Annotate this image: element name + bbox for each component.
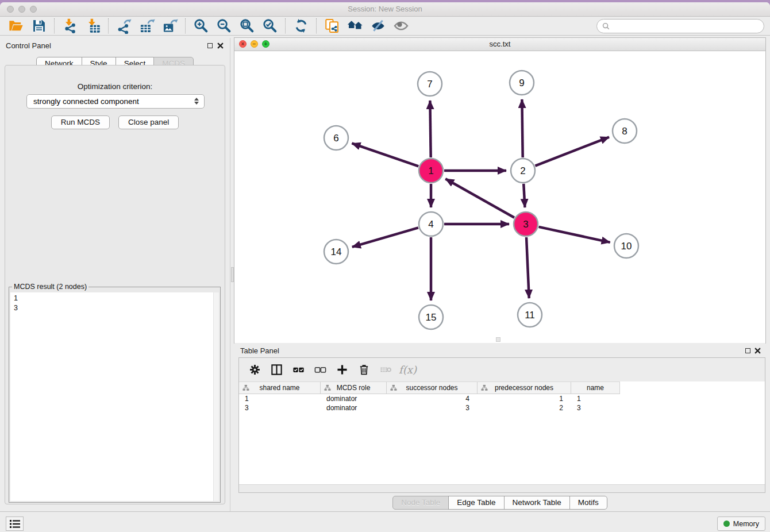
table-cell[interactable]: 2 xyxy=(478,403,571,413)
table-cell[interactable]: dominator xyxy=(321,403,387,413)
main-toolbar xyxy=(0,17,770,36)
table-row[interactable]: 1dominator411 xyxy=(239,394,620,403)
graph-node-3[interactable]: 3 xyxy=(514,212,538,236)
table-cell[interactable]: 1 xyxy=(478,394,571,403)
table-cell[interactable]: 3 xyxy=(239,403,321,413)
mcds-result-title: MCDS result (2 nodes) xyxy=(12,283,88,291)
graph-node-11[interactable]: 11 xyxy=(518,303,542,327)
export-network-button[interactable] xyxy=(113,17,136,35)
table-panel-header: Table Panel xyxy=(234,343,765,358)
memory-button[interactable]: Memory xyxy=(717,516,765,531)
close-panel-button[interactable]: Close panel xyxy=(118,115,179,129)
delete-table-button[interactable] xyxy=(376,361,396,379)
table-settings-button[interactable] xyxy=(245,361,265,379)
show-column-panel-button[interactable] xyxy=(267,361,287,379)
window-titlebar[interactable]: Session: New Session xyxy=(0,2,770,17)
mcds-result-textarea[interactable]: 1 3 xyxy=(10,292,219,501)
graph-node-2[interactable]: 2 xyxy=(511,159,535,183)
graph-edge-2-3[interactable] xyxy=(523,184,525,207)
network-resize-grip[interactable] xyxy=(496,337,500,342)
graph-node-6[interactable]: 6 xyxy=(324,126,348,150)
graph-node-10[interactable]: 10 xyxy=(614,234,638,258)
save-icon xyxy=(31,18,47,34)
search-input[interactable] xyxy=(613,21,764,32)
column-header-predecessor-nodes[interactable]: predecessor nodes xyxy=(478,382,571,394)
mcds-button-row: Run MCDS Close panel xyxy=(5,115,225,129)
session-search[interactable] xyxy=(596,19,764,33)
table-cell[interactable]: dominator xyxy=(321,394,387,403)
graph-edge-2-8[interactable] xyxy=(535,137,609,166)
trash-icon xyxy=(357,363,371,376)
close-panel-icon[interactable] xyxy=(217,43,224,49)
close-table-panel-icon[interactable] xyxy=(754,348,761,354)
graph-edge-2-9[interactable] xyxy=(522,99,522,157)
table-cell[interactable]: 1 xyxy=(239,394,321,403)
graph-edge-3-10[interactable] xyxy=(538,227,610,242)
graph-edge-1-7[interactable] xyxy=(430,101,430,157)
graph-node-4[interactable]: 4 xyxy=(419,212,443,236)
graph-edge-4-14[interactable] xyxy=(352,228,418,246)
graph-node-14[interactable]: 14 xyxy=(324,240,348,264)
import-table-button[interactable] xyxy=(82,17,105,35)
column-header-successor-nodes[interactable]: successor nodes xyxy=(387,382,478,394)
houses-icon xyxy=(347,18,363,34)
select-all-columns-button[interactable] xyxy=(288,361,309,379)
zoom-selected-button[interactable] xyxy=(259,17,282,35)
tab-network-table[interactable]: Network Table xyxy=(504,496,570,510)
export-image-button[interactable] xyxy=(159,17,182,35)
show-graphics-button[interactable] xyxy=(390,17,413,35)
network-window-titlebar[interactable]: × − + scc.txt xyxy=(234,38,765,51)
node-table[interactable]: shared nameMCDS rolesuccessor nodesprede… xyxy=(239,381,620,413)
graph-edge-3-11[interactable] xyxy=(526,237,529,298)
show-networks-button[interactable] xyxy=(344,17,367,35)
run-mcds-button[interactable]: Run MCDS xyxy=(51,115,110,129)
graph-edge-1-6[interactable] xyxy=(352,143,418,166)
hide-panel-button[interactable] xyxy=(367,17,390,35)
svg-text:10: 10 xyxy=(621,241,632,252)
graph-edge-3-1[interactable] xyxy=(445,179,514,217)
float-panel-icon[interactable] xyxy=(207,43,213,48)
unselect-all-columns-button[interactable] xyxy=(310,361,330,379)
graph-node-8[interactable]: 8 xyxy=(613,119,637,143)
table-horizontal-scrollbar[interactable] xyxy=(239,484,765,492)
zoom-in-icon xyxy=(193,18,209,34)
graph-node-15[interactable]: 15 xyxy=(419,305,443,329)
tab-motifs[interactable]: Motifs xyxy=(569,496,607,510)
create-column-button[interactable] xyxy=(332,361,352,379)
import-network-button[interactable] xyxy=(59,17,82,35)
graph-node-7[interactable]: 7 xyxy=(418,72,442,96)
tab-node-table[interactable]: Node Table xyxy=(392,496,449,510)
toolbar-separator xyxy=(185,18,186,33)
toolbar-separator xyxy=(108,18,109,33)
export-table-button[interactable] xyxy=(136,17,159,35)
export-image-icon xyxy=(162,18,178,34)
table-cell[interactable]: 1 xyxy=(571,394,620,403)
apply-layout-button[interactable] xyxy=(290,17,313,35)
control-panel-title: Control Panel xyxy=(6,41,51,50)
column-header-shared-name[interactable]: shared name xyxy=(239,382,321,394)
open-session-button[interactable] xyxy=(5,17,28,35)
table-cell[interactable]: 3 xyxy=(387,403,478,413)
column-header-mcds-role[interactable]: MCDS role xyxy=(321,382,387,394)
clone-network-button[interactable] xyxy=(321,17,344,35)
result-scrollbar[interactable] xyxy=(213,292,219,501)
tab-edge-table[interactable]: Edge Table xyxy=(448,496,504,510)
zoom-out-button[interactable] xyxy=(213,17,236,35)
zoom-in-button[interactable] xyxy=(190,17,213,35)
save-session-button[interactable] xyxy=(28,17,51,35)
float-table-panel-icon[interactable] xyxy=(745,348,750,353)
splitter-grip-icon[interactable] xyxy=(231,267,234,282)
network-canvas[interactable]: 1234678910111415 xyxy=(234,51,765,343)
export-table-icon xyxy=(139,18,155,34)
table-cell[interactable]: 3 xyxy=(571,403,620,413)
table-row[interactable]: 3dominator323 xyxy=(239,403,620,413)
zoom-fit-button[interactable] xyxy=(236,17,259,35)
task-history-button[interactable] xyxy=(6,516,24,531)
function-builder-button[interactable]: f(x) xyxy=(398,361,418,379)
graph-node-9[interactable]: 9 xyxy=(510,71,534,95)
delete-column-button[interactable] xyxy=(354,361,374,379)
graph-node-1[interactable]: 1 xyxy=(419,159,443,183)
optimization-dropdown[interactable]: strongly connected component xyxy=(26,94,205,109)
table-cell[interactable]: 4 xyxy=(387,394,478,403)
column-header-name[interactable]: name xyxy=(571,382,620,394)
